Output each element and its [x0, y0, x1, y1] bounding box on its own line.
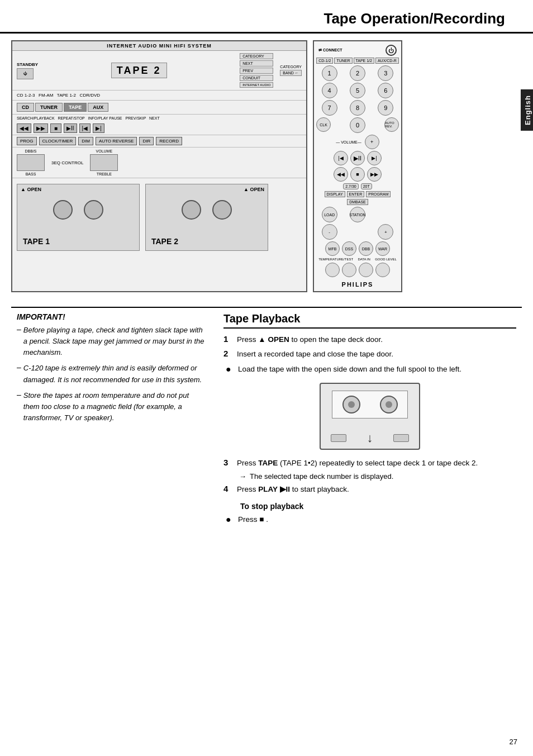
cassette-foot-left — [331, 434, 346, 442]
remote-next-btn[interactable]: ▶| — [367, 151, 382, 165]
remote-ff-btn[interactable]: ▶▶ — [367, 167, 382, 182]
tape2-reel-right — [212, 200, 232, 220]
step-3: 3 Press TAPE (TAPE 1•2) repeatedly to se… — [223, 458, 516, 469]
autoreverse-btn[interactable]: AUTO REVERSE — [96, 137, 137, 145]
remote-prog-row: DISPLAY ENTER PROGRAM DMBASE — [316, 191, 399, 205]
remote-mfb-btn[interactable]: MFB — [325, 241, 340, 256]
important-title: IMPORTANT! — [17, 312, 207, 321]
remote-stop-btn[interactable]: ■ — [350, 167, 365, 182]
remote-dss-btn[interactable]: DSS — [342, 241, 356, 256]
remote-tuner-btn[interactable]: TUNER — [334, 58, 352, 64]
aux-tab[interactable]: AUX — [88, 103, 108, 112]
remote-small-row: 2.7/30 20T — [316, 183, 399, 189]
tape-decks-row: ▲ OPEN TAPE 1 ▲ OPEN TAPE 2 — [12, 180, 306, 254]
remote-minus-btn[interactable]: - — [322, 224, 337, 240]
step-2-num: 2 — [223, 349, 232, 358]
arrow-note: → The selected tape deck number is displ… — [223, 472, 516, 481]
remote-power-btn[interactable]: ⏻ — [386, 45, 397, 56]
remote-rew-btn[interactable]: ◀◀ — [334, 167, 348, 182]
next-btn[interactable]: ▶| — [93, 123, 104, 133]
cassette-reel-left — [342, 396, 360, 413]
remote-warp-btn[interactable]: WAR — [375, 241, 390, 256]
stop-btn[interactable]: ■ — [50, 123, 61, 133]
remote-r3-btn[interactable] — [359, 263, 373, 277]
remote-rew-row: ◀◀ ■ ▶▶ — [316, 167, 399, 182]
tape-playback-title: Tape Playback — [223, 312, 516, 329]
remote-dbb-btn[interactable]: DBB — [359, 241, 373, 256]
tape-playback-section: Tape Playback 1 Press ▲ OPEN to open the… — [223, 312, 516, 529]
remote-btn-8[interactable]: 8 — [350, 100, 365, 116]
remote-last-row — [316, 263, 399, 277]
clock-btn[interactable]: CLOCK/TIMER — [39, 137, 77, 145]
remote-r2-btn[interactable] — [342, 263, 356, 277]
arrow-text: The selected tape deck number is display… — [250, 472, 393, 481]
tape2-open-label[interactable]: ▲ OPEN — [244, 187, 264, 192]
stereo-display-row: STANDBY ⏻ TAPE 2 CATEGORY NEXT PREV COND… — [12, 51, 306, 91]
settings-row: PROG CLOCK/TIMER DIM AUTO REVERSE DIR RE… — [12, 135, 306, 148]
remote-program-btn[interactable]: PROGRAM — [366, 191, 391, 197]
remote-2730-btn[interactable]: 2.7/30 — [343, 183, 358, 189]
remote-prev-btn[interactable]: |◀ — [334, 151, 348, 165]
remote-btn-2[interactable]: 2 — [350, 65, 365, 81]
remote-autorev-btn[interactable]: AUTO REV. — [384, 117, 399, 132]
remote-tape-btn[interactable]: TAPE 1/2 — [354, 58, 374, 64]
bottom-section: IMPORTANT! – Before playing a tape, chec… — [11, 312, 522, 529]
tape1-reel-left — [53, 200, 73, 220]
tuner-tab[interactable]: TUNER — [35, 103, 63, 112]
tape1-reel-right — [84, 200, 103, 220]
remote-btn-5[interactable]: 5 — [350, 83, 365, 98]
remote-btn-9[interactable]: 9 — [378, 100, 393, 116]
remote-btn-1[interactable]: 1 — [322, 65, 337, 81]
remote-aux-btn[interactable]: AUX/CD-R — [375, 58, 399, 64]
record-btn[interactable]: RECORD — [156, 137, 182, 145]
bullet-1: ● Load the tape with the open side down … — [223, 364, 516, 375]
remote-playpause-btn[interactable]: ▶II — [350, 151, 365, 165]
playpause-btn[interactable]: ▶II — [64, 123, 77, 133]
step-2: 2 Insert a recorded tape and close the t… — [223, 349, 516, 360]
remote-clock-btn[interactable]: CLK — [316, 117, 331, 132]
important-item-1: – Before playing a tape, check and tight… — [17, 325, 207, 358]
cassette-window — [332, 391, 408, 419]
tape2-label: TAPE 2 — [151, 237, 178, 246]
arrow-sym: → — [239, 472, 246, 481]
remote-display-btn[interactable]: DISPLAY — [325, 191, 345, 197]
stereo-unit: INTERNET AUDIO MINI HIFI SYSTEM STANDBY … — [11, 40, 307, 292]
remote-enter-btn[interactable]: ENTER — [347, 191, 365, 197]
remote-station-btn[interactable]: STATION — [350, 207, 365, 222]
important-text-2: C-120 tape is extremely thin and is easi… — [23, 363, 207, 385]
cd-tab[interactable]: CD — [17, 103, 34, 112]
remote-row-clock: CLK 0 AUTO REV. — [316, 117, 399, 133]
remote-r1-btn[interactable] — [325, 263, 340, 277]
stereo-display: TAPE 2 — [111, 63, 167, 78]
dim-btn[interactable]: DIM — [78, 137, 93, 145]
cassette-foot-right — [393, 434, 409, 442]
fastfwd-btn[interactable]: ▶▶ — [34, 123, 48, 133]
step-2-text: Insert a recorded tape and close the tap… — [237, 349, 393, 360]
important-item-2: – C-120 tape is extremely thin and is ea… — [17, 363, 207, 385]
remote-mode-btn[interactable]: DMBASE — [347, 199, 368, 205]
tape-tab[interactable]: TAPE — [64, 103, 87, 112]
remote-btn-7[interactable]: 7 — [322, 100, 337, 116]
remote-plus-btn[interactable]: + — [378, 224, 393, 240]
tape1-open-label[interactable]: ▲ OPEN — [21, 187, 41, 192]
remote-20t-btn[interactable]: 20T — [361, 183, 372, 189]
remote-vol-up[interactable]: + — [365, 135, 379, 149]
remote-btn-6[interactable]: 6 — [378, 83, 393, 98]
tape2-reel-left — [182, 200, 201, 220]
remote-btn-0[interactable]: 0 — [350, 117, 365, 133]
bullet-1-text: Load the tape with the open side down an… — [238, 364, 461, 375]
step-1: 1 Press ▲ OPEN to open the tape deck doo… — [223, 334, 516, 345]
rewind-btn[interactable]: ◀◀ — [17, 123, 31, 133]
source-buttons: CD TUNER TAPE AUX — [12, 101, 306, 115]
prog-btn[interactable]: PROG — [17, 137, 37, 145]
remote-btn-4[interactable]: 4 — [322, 83, 337, 98]
cassette-arrow-down: ↓ — [367, 431, 373, 445]
remote-load-btn[interactable]: LOAD — [322, 207, 337, 222]
important-text-1: Before playing a tape, check and tighten… — [23, 325, 207, 358]
prev-btn[interactable]: |◀ — [79, 123, 91, 133]
dir-btn[interactable]: DIR — [139, 137, 154, 145]
remote-cd-btn[interactable]: CD-1/2 — [316, 58, 333, 64]
stereo-top-bar: INTERNET AUDIO MINI HIFI SYSTEM — [12, 41, 306, 51]
remote-btn-3[interactable]: 3 — [378, 65, 393, 81]
remote-r4-btn[interactable] — [375, 263, 390, 277]
